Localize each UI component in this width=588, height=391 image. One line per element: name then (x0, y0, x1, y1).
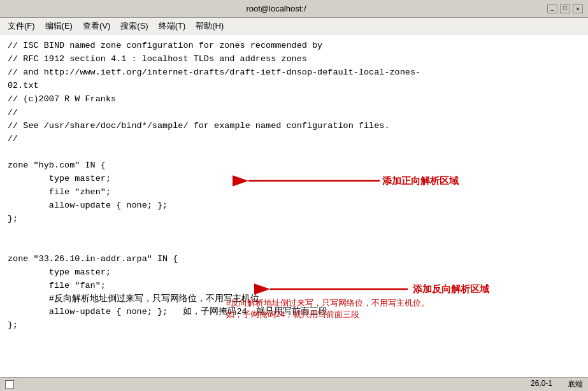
code-line-9: zone "hyb.com" IN { (8, 159, 580, 173)
code-line-3: 02.txt (8, 80, 580, 93)
close-button[interactable]: ✕ (573, 4, 583, 13)
status-left (5, 380, 14, 389)
menu-search[interactable]: 搜索(S) (117, 19, 152, 33)
menu-terminal[interactable]: 终端(T) (155, 19, 190, 33)
code-line-14 (8, 226, 580, 239)
menu-bar: 文件(F) 编辑(E) 查看(V) 搜索(S) 终端(T) 帮助(H) (0, 18, 588, 34)
title-bar: root@localhost:/ _ □ ✕ (0, 0, 588, 18)
menu-file[interactable]: 文件(F) (4, 19, 39, 33)
reverse-zone-label: 添加反向解析区域 (413, 283, 489, 294)
status-square-icon (5, 380, 14, 389)
code-line-12: allow-update { none; }; (8, 199, 580, 213)
minimize-button[interactable]: _ (547, 4, 557, 13)
code-line-8 (8, 146, 580, 159)
cursor-position: 26,0-1 (531, 379, 552, 390)
menu-help[interactable]: 帮助(H) (192, 19, 227, 33)
code-line-4: // (c)2007 R W Franks (8, 93, 580, 106)
code-line-22 (8, 332, 580, 346)
menu-edit[interactable]: 编辑(E) (41, 19, 76, 33)
window-controls: _ □ ✕ (547, 4, 583, 13)
code-line-10: type master; (8, 173, 580, 186)
status-right: 26,0-1 底端 (531, 379, 583, 390)
code-line-2: // and http://www.ietf.org/internet-draf… (8, 66, 580, 80)
reverse-comment-line2-container: 如，子网掩码24，就只用写前面三段 (226, 308, 359, 322)
menu-view[interactable]: 查看(V) (79, 19, 114, 33)
status-bar: 26,0-1 底端 (0, 377, 588, 391)
code-line-13: }; (8, 213, 580, 226)
code-line-11: file "zhen"; (8, 186, 580, 199)
code-line-15 (8, 239, 580, 253)
code-line-16: zone "33.26.10.in-addr.arpa" IN { (8, 253, 580, 266)
code-line-17: type master; (8, 266, 580, 280)
code-line-6: // See /usr/share/doc/bind*/sample/ for … (8, 120, 580, 133)
forward-zone-annotation: 添加正向解析区域 (382, 173, 459, 189)
code-content[interactable]: // ISC BIND named zone configuration for… (0, 34, 588, 377)
reverse-comment-line2: 如，子网掩码24，就只用写前面三段 (226, 309, 359, 319)
maximize-button[interactable]: □ (560, 4, 570, 13)
forward-zone-label: 添加正向解析区域 (382, 175, 459, 186)
code-line-5: // (8, 106, 580, 120)
code-line-0: // ISC BIND named zone configuration for… (8, 39, 580, 53)
terminal-window: // ISC BIND named zone configuration for… (0, 34, 588, 391)
code-line-18: file "fan"; (8, 280, 580, 293)
window-title: root@localhost:/ (5, 4, 547, 13)
code-line-1: // RFC 1912 section 4.1 : localhost TLDs… (8, 53, 580, 66)
reverse-comment-line1: #反向解析地址倒过来写，只写网络位，不用写主机位。 (226, 298, 429, 308)
code-line-7: // (8, 132, 580, 146)
status-mode: 底端 (568, 379, 583, 390)
reverse-zone-annotation: 添加反向解析区域 (413, 281, 489, 297)
